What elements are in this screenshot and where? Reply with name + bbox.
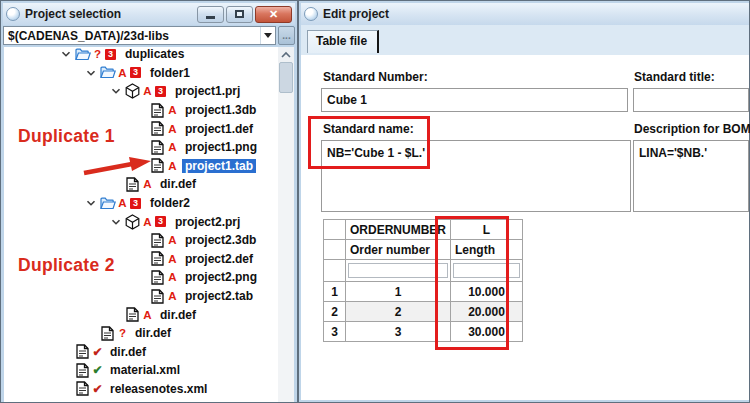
count-badge: 3: [155, 216, 166, 227]
row-number[interactable]: 1: [324, 282, 346, 302]
status-mark-A: A: [141, 85, 154, 97]
standard-name-textarea[interactable]: NB='Cube 1 - $L.': [321, 140, 631, 212]
tree-item-label: project2.prj: [172, 215, 243, 229]
file-icon: [149, 270, 166, 285]
window-icon: [304, 7, 318, 21]
tab-table-file[interactable]: Table file: [307, 30, 379, 53]
chevron-down-icon[interactable]: [108, 85, 124, 97]
tree-item[interactable]: A3project2.prj: [4, 212, 278, 231]
scroll-up-icon[interactable]: [278, 47, 294, 62]
standard-number-input[interactable]: [321, 88, 628, 112]
tree-item[interactable]: A3folder2: [4, 194, 278, 213]
chevron-down-icon[interactable]: [108, 216, 124, 228]
row-number[interactable]: 3: [324, 322, 346, 342]
minimize-button[interactable]: [197, 6, 224, 23]
status-mark-A: A: [141, 216, 154, 228]
file-icon: [149, 103, 166, 118]
table-cell[interactable]: 20.000: [451, 302, 523, 322]
tree-item[interactable]: Aproject2.3db: [4, 231, 278, 250]
tree-item[interactable]: ?dir.def: [4, 324, 278, 343]
count-badge: 3: [130, 198, 141, 209]
browse-button[interactable]: ...: [278, 26, 295, 45]
filter-cell: [346, 260, 451, 282]
cube-icon: [124, 214, 141, 230]
close-button[interactable]: ✕: [255, 6, 292, 23]
table-cell[interactable]: 30.000: [451, 322, 523, 342]
status-mark-A: A: [166, 123, 179, 135]
status-mark-question: ?: [116, 327, 129, 339]
file-icon: [74, 363, 91, 378]
project-selection-window: Project selection ✕ $(CADENAS_DATA)/23d-…: [0, 0, 298, 403]
vertical-scrollbar[interactable]: [278, 47, 294, 402]
row-number[interactable]: 2: [324, 302, 346, 322]
tree-item[interactable]: ✔material.xml: [4, 361, 278, 380]
status-mark-A: A: [166, 253, 179, 265]
count-badge: 3: [130, 67, 141, 78]
file-icon: [149, 289, 166, 304]
folder-open-icon: [74, 47, 91, 62]
chevron-down-icon[interactable]: [58, 48, 74, 60]
table-cell[interactable]: 3: [346, 322, 451, 342]
filter-input[interactable]: [348, 263, 448, 278]
tree-item[interactable]: Aproject2.tab: [4, 287, 278, 306]
file-icon: [149, 140, 166, 155]
chevron-down-icon[interactable]: [83, 197, 99, 209]
table-row: 3330.000: [324, 322, 523, 342]
chevron-down-icon[interactable]: [83, 67, 99, 79]
table-cell[interactable]: 1: [346, 282, 451, 302]
standard-name-label: Standard name:: [323, 122, 414, 136]
tree-item-label: project2.def: [182, 252, 256, 266]
bom-description-textarea[interactable]: LINA='$NB.': [633, 140, 749, 212]
row-header-corner: [324, 220, 346, 240]
path-combobox[interactable]: $(CADENAS_DATA)/23d-libs: [3, 26, 276, 45]
tree-item[interactable]: A3folder1: [4, 64, 278, 83]
tree-item-label: dir.def: [157, 177, 199, 191]
tree-item-label: project2.3db: [182, 233, 259, 247]
tree-item-label: project1.tab: [182, 159, 256, 173]
column-header-code[interactable]: L: [451, 220, 523, 240]
tree-item-label: folder2: [147, 196, 193, 210]
column-header-name[interactable]: Length: [451, 240, 523, 260]
tree-item-label: dir.def: [107, 345, 149, 359]
count-badge: 3: [155, 86, 166, 97]
folder-open-icon: [99, 196, 116, 211]
standard-number-label: Standard Number:: [323, 70, 428, 84]
parameter-table: ORDERNUMBERLOrder numberLength1110.00022…: [323, 219, 523, 342]
table-cell[interactable]: 2: [346, 302, 451, 322]
status-mark-A: A: [141, 309, 154, 321]
tree-item[interactable]: ✔releasenotes.xml: [4, 380, 278, 399]
maximize-button[interactable]: [226, 6, 253, 23]
path-value: $(CADENAS_DATA)/23d-libs: [4, 29, 260, 43]
filter-input[interactable]: [453, 263, 520, 278]
edit-project-titlebar[interactable]: Edit project: [301, 3, 749, 25]
table-row: 2220.000: [324, 302, 523, 322]
tree-item-label: releasenotes.xml: [107, 382, 210, 396]
status-mark-A: A: [166, 234, 179, 246]
tree-item[interactable]: A3project1.prj: [4, 82, 278, 101]
column-header-name[interactable]: Order number: [346, 240, 451, 260]
tree-item[interactable]: ?3duplicates: [4, 47, 278, 64]
standard-title-input[interactable]: [633, 88, 749, 112]
file-icon: [149, 251, 166, 266]
tree-item-label: project2.tab: [182, 289, 256, 303]
maximize-icon: [235, 10, 244, 18]
file-icon: [149, 121, 166, 136]
column-header-code[interactable]: ORDERNUMBER: [346, 220, 451, 240]
tree-item[interactable]: Aproject1.3db: [4, 101, 278, 120]
scrollbar-thumb[interactable]: [279, 62, 293, 93]
status-mark-A: A: [116, 67, 129, 79]
status-mark-A: A: [166, 160, 179, 172]
project-selection-titlebar[interactable]: Project selection ✕: [3, 3, 295, 25]
combo-dropdown-icon[interactable]: [260, 27, 275, 44]
tree-item[interactable]: ✔dir.def: [4, 343, 278, 362]
file-icon: [99, 326, 116, 341]
duplicate1-annotation: Duplicate 1: [18, 126, 115, 147]
annotation-arrow-icon: [80, 156, 152, 182]
table-cell[interactable]: 10.000: [451, 282, 523, 302]
filter-cell: [451, 260, 523, 282]
status-mark-A: A: [116, 197, 129, 209]
tree-item-label: project1.png: [182, 140, 260, 154]
tree-item-label: project1.def: [182, 122, 256, 136]
tree-item[interactable]: Adir.def: [4, 305, 278, 324]
window-icon: [6, 7, 20, 21]
